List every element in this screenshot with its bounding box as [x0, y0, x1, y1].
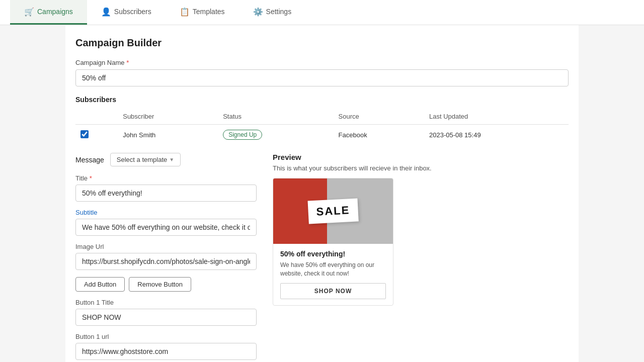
- nav-templates-label: Templates: [193, 8, 225, 16]
- subtitle-group: Subtitle: [75, 209, 257, 236]
- templates-icon: 📋: [180, 7, 190, 17]
- button1-url-label: Button 1 url: [75, 333, 257, 340]
- template-select-label: Select a template: [117, 156, 167, 163]
- subscriber-source: Facebook: [334, 125, 424, 145]
- title-label: Title *: [75, 174, 257, 182]
- nav-settings[interactable]: ⚙️ Settings: [239, 0, 306, 25]
- message-row: Message Select a template ▼: [75, 153, 257, 166]
- sale-background: SALE: [273, 178, 393, 244]
- title-required: *: [90, 174, 92, 182]
- top-navigation: 🛒 Campaigns 👤 Subscribers 📋 Templates ⚙️…: [0, 0, 644, 25]
- page-title: Campaign Builder: [75, 37, 569, 49]
- subscriber-checkbox[interactable]: [80, 130, 89, 138]
- remove-button-btn[interactable]: Remove Button: [129, 277, 191, 292]
- subscriber-name: John Smith: [118, 125, 218, 145]
- button1-title-input[interactable]: [75, 309, 257, 326]
- message-label: Message: [75, 156, 104, 164]
- main-content: Campaign Builder Campaign Name * Subscri…: [65, 25, 579, 362]
- nav-templates[interactable]: 📋 Templates: [166, 0, 239, 25]
- image-url-group: Image Url: [75, 243, 257, 270]
- nav-subscribers-label: Subscribers: [114, 8, 151, 16]
- button1-title-label: Button 1 Title: [75, 299, 257, 306]
- nav-campaigns-label: Campaigns: [37, 8, 73, 16]
- campaigns-icon: 🛒: [24, 7, 34, 17]
- button1-url-group: Button 1 url: [75, 333, 257, 360]
- button1-url-input[interactable]: [75, 343, 257, 360]
- subtitle-label: Subtitle: [75, 209, 257, 216]
- chevron-down-icon: ▼: [169, 157, 174, 162]
- required-indicator: *: [126, 59, 129, 66]
- subtitle-input[interactable]: [75, 219, 257, 236]
- preview-body: 50% off everything! We have 50% off ever…: [273, 244, 393, 305]
- campaign-name-group: Campaign Name *: [75, 59, 569, 86]
- col-subscriber: Subscriber: [118, 109, 218, 125]
- preview-shop-button[interactable]: SHOP NOW: [280, 283, 386, 299]
- settings-icon: ⚙️: [253, 7, 263, 17]
- preview-body-title: 50% off everything!: [280, 250, 386, 258]
- table-header-row: Subscriber Status Source Last Updated: [75, 109, 569, 125]
- template-select-button[interactable]: Select a template ▼: [110, 153, 181, 166]
- subscribers-section: Subscribers Subscriber Status Source Las…: [75, 96, 569, 145]
- col-source: Source: [334, 109, 424, 125]
- image-url-input[interactable]: [75, 253, 257, 270]
- col-checkbox: [75, 109, 118, 125]
- add-button-btn[interactable]: Add Button: [75, 277, 125, 292]
- title-group: Title *: [75, 174, 257, 202]
- left-column: Message Select a template ▼ Title * Subt…: [75, 153, 257, 362]
- campaign-name-input[interactable]: [75, 69, 569, 86]
- preview-description: This is what your subscribers will recie…: [273, 164, 569, 172]
- subscriber-status-cell: Signed Up: [218, 125, 333, 145]
- table-row: John Smith Signed Up Facebook 2023-05-08…: [75, 125, 569, 145]
- row-checkbox-cell: [75, 125, 118, 145]
- preview-body-text: We have 50% off everything on our websit…: [280, 261, 386, 278]
- right-column: Preview This is what your subscribers wi…: [273, 153, 569, 362]
- title-input[interactable]: [75, 185, 257, 202]
- col-last-updated: Last Updated: [424, 109, 569, 125]
- sale-sign: SALE: [308, 198, 359, 224]
- nav-subscribers[interactable]: 👤 Subscribers: [87, 0, 166, 25]
- preview-card: SALE 50% off everything! We have 50% off…: [273, 178, 393, 306]
- image-url-label: Image Url: [75, 243, 257, 250]
- nav-campaigns[interactable]: 🛒 Campaigns: [10, 0, 87, 25]
- subscriber-last-updated: 2023-05-08 15:49: [424, 125, 569, 145]
- preview-image: SALE: [273, 178, 393, 244]
- subscribers-section-label: Subscribers: [75, 96, 569, 104]
- campaign-name-label: Campaign Name *: [75, 59, 569, 66]
- subscribers-table: Subscriber Status Source Last Updated Jo…: [75, 109, 569, 145]
- nav-settings-label: Settings: [266, 8, 292, 16]
- button1-title-group: Button 1 Title: [75, 299, 257, 326]
- button-actions-row: Add Button Remove Button: [75, 277, 257, 292]
- two-column-layout: Message Select a template ▼ Title * Subt…: [75, 153, 569, 362]
- col-status: Status: [218, 109, 333, 125]
- subscribers-icon: 👤: [101, 7, 111, 17]
- status-badge: Signed Up: [223, 130, 262, 140]
- preview-title: Preview: [273, 153, 569, 161]
